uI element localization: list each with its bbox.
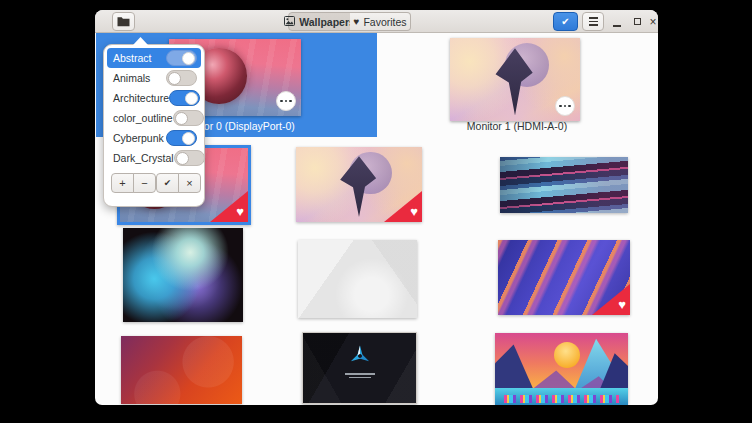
toggle-dark-crystal[interactable] bbox=[174, 150, 205, 166]
category-row-dark-crystal[interactable]: Dark_Crystal bbox=[107, 148, 201, 168]
category-row-cyberpunk[interactable]: Cyberpunk bbox=[107, 128, 201, 148]
add-folder-button[interactable]: + bbox=[111, 173, 134, 193]
category-label: Dark_Crystal bbox=[113, 152, 174, 164]
tab-favorites[interactable]: ♥ Favorites bbox=[350, 12, 411, 31]
favorite-badge: ♥ bbox=[592, 284, 630, 315]
category-label: Cyberpunk bbox=[113, 132, 164, 144]
popover-footer: + − ✔ × bbox=[107, 168, 201, 193]
wallpaper-thumb-ink-smoke[interactable] bbox=[123, 228, 243, 322]
category-label: color_outline bbox=[113, 112, 173, 124]
wallpaper-thumb-glitch-clouds[interactable] bbox=[500, 157, 628, 213]
wallpaper-thumb-dark-geometric-logo[interactable] bbox=[302, 332, 417, 404]
wallpaper-thumb-silk-waves[interactable]: ♥ bbox=[498, 240, 630, 315]
category-label: Animals bbox=[113, 72, 150, 84]
heart-icon: ♥ bbox=[618, 298, 626, 311]
toggle-color-outline[interactable] bbox=[173, 110, 204, 126]
logo-text-lines bbox=[345, 371, 375, 378]
toggle-animals[interactable] bbox=[166, 70, 197, 86]
monitor-1-panel[interactable]: Monitor 1 (HDMI-A-0) bbox=[377, 33, 657, 137]
wallpaper-thumb-light-gray-abstract[interactable] bbox=[298, 240, 417, 318]
tab-wallpapers-label: Wallpapers bbox=[299, 16, 355, 28]
maximize-button[interactable] bbox=[629, 12, 645, 31]
ellipsis-icon bbox=[280, 100, 283, 103]
minimize-button[interactable] bbox=[609, 12, 625, 31]
favorite-badge: ♥ bbox=[210, 191, 248, 222]
desktop-background: Wallpapers ♥ Favorites ✔ × bbox=[0, 0, 752, 423]
check-icon: ✔ bbox=[561, 17, 569, 27]
toggle-architecture[interactable] bbox=[169, 90, 200, 106]
confirm-button[interactable]: ✔ bbox=[164, 178, 172, 188]
minimize-icon bbox=[613, 25, 621, 27]
monitor-1-label: Monitor 1 (HDMI-A-0) bbox=[377, 120, 657, 132]
monitor-1-more-options-button[interactable] bbox=[555, 96, 575, 116]
wallpaper-thumb-floating-island[interactable]: ♥ bbox=[296, 147, 422, 222]
sun-artwork bbox=[554, 342, 580, 368]
tab-wallpapers[interactable]: Wallpapers bbox=[288, 12, 351, 31]
category-row-architecture[interactable]: Architecture bbox=[107, 88, 201, 108]
category-row-color-outline[interactable]: color_outline bbox=[107, 108, 201, 128]
monitor-1-wallpaper-preview[interactable] bbox=[450, 38, 580, 121]
heart-icon: ♥ bbox=[236, 205, 244, 218]
headerbar: Wallpapers ♥ Favorites ✔ × bbox=[95, 10, 658, 33]
image-icon bbox=[284, 16, 295, 28]
star-logo-icon bbox=[303, 344, 416, 378]
heart-icon: ♥ bbox=[410, 205, 418, 218]
category-row-abstract[interactable]: Abstract bbox=[107, 48, 201, 68]
wallpaper-thumb-orange-gradient[interactable] bbox=[121, 336, 242, 404]
remove-folder-button[interactable]: − bbox=[133, 173, 156, 193]
open-folder-button[interactable] bbox=[112, 12, 135, 31]
folder-open-icon bbox=[117, 13, 130, 31]
main-menu-button[interactable] bbox=[582, 12, 604, 31]
ellipsis-icon bbox=[559, 105, 562, 108]
cancel-button[interactable]: × bbox=[178, 173, 201, 193]
hamburger-icon bbox=[589, 17, 598, 26]
wallpaper-thumb-mountain-sunset[interactable] bbox=[495, 333, 628, 405]
tab-favorites-label: Favorites bbox=[363, 16, 406, 28]
category-label: Abstract bbox=[113, 52, 152, 64]
island-artwork bbox=[316, 151, 402, 220]
category-row-animals[interactable]: Animals bbox=[107, 68, 201, 88]
wallpaper-app-window: Wallpapers ♥ Favorites ✔ × bbox=[95, 10, 658, 405]
monitor-0-more-options-button[interactable] bbox=[276, 91, 296, 111]
category-label: Architecture bbox=[113, 92, 169, 104]
close-icon: × bbox=[649, 15, 656, 29]
apply-wallpaper-button[interactable]: ✔ bbox=[553, 12, 578, 31]
maximize-icon bbox=[634, 18, 641, 25]
heart-icon: ♥ bbox=[353, 17, 359, 27]
toggle-abstract[interactable] bbox=[166, 50, 197, 66]
favorite-badge: ♥ bbox=[384, 191, 422, 222]
categories-popover: Abstract Animals Architecture color_outl… bbox=[103, 44, 205, 207]
close-button[interactable]: × bbox=[645, 12, 658, 31]
toggle-cyberpunk[interactable] bbox=[166, 130, 197, 146]
